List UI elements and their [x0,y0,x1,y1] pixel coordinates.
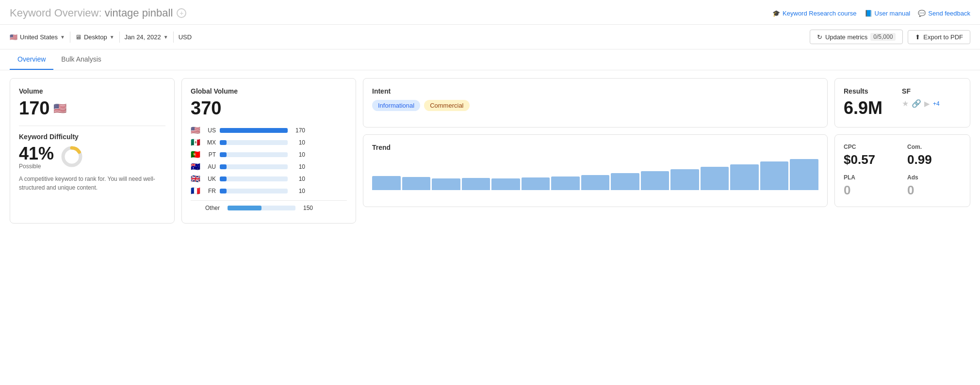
link-icon: 🔗 [912,99,921,108]
intent-label: Intent [372,87,818,95]
update-metrics-button[interactable]: ↻ Update metrics 0/5,000 [810,30,903,44]
list-item: 🇬🇧 UK 10 [191,174,347,183]
trend-bar [760,161,789,190]
filters: 🇺🇸 United States ▼ 🖥 Desktop ▼ Jan 24, 2… [10,32,196,43]
user-manual-link[interactable]: 📘 User manual [865,10,911,17]
country-code: FR [205,188,216,194]
tab-overview[interactable]: Overview [10,49,53,70]
currency-filter: USD [174,32,196,43]
bar-fill [228,206,261,210]
bar-track [220,176,288,181]
export-pdf-button[interactable]: ⬆ Export to PDF [908,30,970,44]
kd-donut-chart [60,144,84,169]
us-flag-icon: 🇺🇸 [10,33,17,41]
country-code: MX [205,139,216,146]
trend-bar [402,177,431,190]
list-item: 🇵🇹 PT 10 [191,150,347,159]
country-code: AU [205,163,216,170]
bar-fill [220,189,227,193]
metrics-grid: CPC $0.57 Com. 0.99 PLA 0 Ads 0 [844,144,961,198]
date-filter[interactable]: Jan 24, 2022 ▼ [120,32,174,43]
trend-bar [641,171,670,190]
other-value: 150 [299,205,313,211]
list-item: 🇫🇷 FR 10 [191,186,347,195]
us-flag-icon: 🇺🇸 [53,102,66,115]
commercial-badge: Commercial [424,100,469,111]
header-left: Keyword Overview: vintage pinball + [10,7,186,19]
kd-label: Keyword Difficulty [19,133,165,141]
send-feedback-link[interactable]: 💬 Send feedback [918,10,970,17]
tabs: Overview Bulk Analysis [0,49,980,70]
bar-value: 10 [292,163,305,170]
cpc-label: CPC [844,144,898,150]
trend-bar [372,176,401,190]
title-prefix: Keyword Overview: [10,7,102,19]
bar-track [220,152,288,157]
bar-fill [220,164,227,169]
intent-badges: Informational Commercial [372,100,818,111]
list-item: 🇲🇽 MX 10 [191,138,347,147]
page-title: Keyword Overview: vintage pinball [10,7,173,19]
global-volume-card: Global Volume 370 🇺🇸 US 170 🇲🇽 MX 10 🇵🇹 … [181,78,356,224]
metrics-badge: 0/5,000 [870,33,896,41]
kd-description: A competitive keyword to rank for. You w… [19,175,165,192]
video-icon: ▶ [924,99,930,108]
trend-bar [432,178,460,190]
chevron-down-icon: ▼ [163,34,168,40]
trend-bar [491,178,520,191]
trend-bar [701,167,729,190]
device-label: Desktop [84,33,107,41]
volume-value: 170 🇺🇸 [19,98,165,119]
chevron-down-icon: ▼ [110,34,114,40]
device-filter[interactable]: 🖥 Desktop ▼ [70,32,120,43]
right-section: Intent Informational Commercial Results … [363,78,970,224]
results-col: Results 6.9M [844,87,882,118]
trend-card: Trend [363,134,828,207]
informational-badge: Informational [372,100,420,111]
bar-fill [220,176,227,181]
bar-value: 10 [292,176,305,182]
bar-fill [220,128,288,133]
trend-bar [670,169,699,190]
bar-track [220,128,288,133]
trend-bar [462,178,490,190]
com-label: Com. [907,144,961,150]
kd-section: 41% Possible [19,144,165,170]
bar-fill [220,152,227,157]
bar-value: 10 [292,139,305,146]
add-keyword-button[interactable]: + [177,8,186,18]
trend-bar [790,159,818,190]
date-label: Jan 24, 2022 [125,33,161,41]
volume-number: 170 [19,98,49,119]
sf-col: SF ★ 🔗 ▶ +4 [902,87,940,118]
results-label: Results [844,87,882,95]
keyword-research-course-link[interactable]: 🎓 Keyword Research course [772,10,856,17]
trend-label: Trend [372,144,818,151]
star-icon: ★ [902,99,909,108]
cpc-value: $0.57 [844,152,898,167]
pt-flag-icon: 🇵🇹 [191,150,201,159]
fr-flag-icon: 🇫🇷 [191,186,201,195]
update-metrics-label: Update metrics [825,33,867,41]
bar-track [220,140,288,145]
results-header: Results 6.9M SF ★ 🔗 ▶ +4 [844,87,961,118]
export-icon: ⬆ [915,33,920,41]
country-code: PT [205,151,216,158]
chat-icon: 💬 [918,10,926,17]
refresh-icon: ↻ [817,33,822,41]
trend-chart [372,156,818,190]
results-value: 6.9M [844,98,882,118]
action-buttons: ↻ Update metrics 0/5,000 ⬆ Export to PDF [810,30,970,44]
ads-value: 0 [907,183,961,198]
tab-bulk-analysis[interactable]: Bulk Analysis [53,49,109,70]
header-right: 🎓 Keyword Research course 📘 User manual … [772,10,970,17]
pla-label: PLA [844,174,898,181]
bar-fill [220,140,227,145]
pla-value: 0 [844,183,898,198]
country-filter[interactable]: 🇺🇸 United States ▼ [10,32,70,43]
uk-flag-icon: 🇬🇧 [191,174,201,183]
cpc-metric: CPC $0.57 [844,144,898,167]
trend-bar [551,176,580,190]
trend-bar [522,177,550,190]
country-code: US [205,127,216,134]
